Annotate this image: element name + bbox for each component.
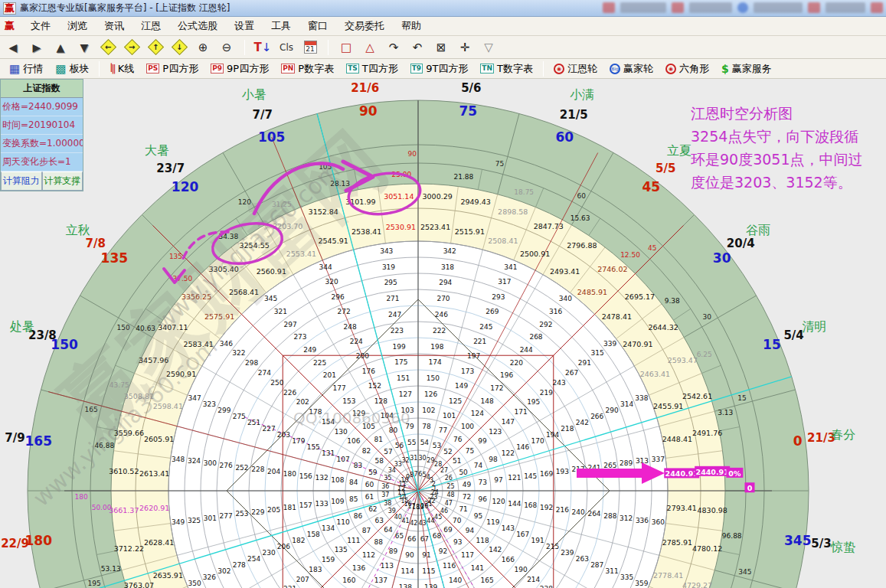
crosshair-icon[interactable]: ✛ — [456, 39, 473, 56]
red-square-icon[interactable]: □ — [338, 39, 355, 56]
svg-text:243: 243 — [552, 379, 565, 387]
blocks-icon: ▩ — [55, 62, 66, 76]
svg-text:40: 40 — [394, 514, 402, 521]
svg-text:谷雨: 谷雨 — [746, 223, 770, 237]
svg-text:69: 69 — [443, 526, 453, 534]
svg-text:2746.02: 2746.02 — [597, 265, 627, 273]
view-button-P数字表[interactable]: PNP数字表 — [276, 60, 338, 77]
zoom-out-icon[interactable]: ⊖ — [218, 39, 235, 56]
svg-text:289: 289 — [620, 459, 633, 467]
diamond-arrow-down-icon[interactable]: ↓ — [171, 39, 188, 56]
menu-item-7[interactable]: 工具 — [263, 18, 299, 34]
view-button-T数字表[interactable]: TNT数字表 — [476, 60, 538, 77]
view-button-9P四方形[interactable]: P99P四方形 — [206, 60, 273, 77]
svg-text:218: 218 — [561, 425, 574, 433]
menu-item-10[interactable]: 帮助 — [393, 18, 430, 34]
svg-text:264: 264 — [587, 510, 600, 518]
menu-item-6[interactable]: 设置 — [226, 18, 263, 34]
view-button-T四方形[interactable]: TST四方形 — [342, 60, 403, 77]
svg-text:2440.91: 2440.91 — [665, 469, 698, 478]
svg-text:99: 99 — [478, 437, 487, 445]
svg-text:193: 193 — [556, 468, 569, 475]
svg-text:2500.91: 2500.91 — [520, 250, 550, 258]
red-triangle-icon[interactable]: △ — [361, 39, 378, 56]
menu-item-3[interactable]: 资讯 — [96, 18, 132, 34]
svg-text:91: 91 — [422, 551, 430, 559]
menu-item-4[interactable]: 江恩 — [132, 18, 169, 34]
nav-right-icon[interactable]: ▶ — [28, 39, 45, 56]
nav-left-icon[interactable]: ◀ — [5, 39, 21, 56]
svg-text:52: 52 — [443, 448, 452, 456]
svg-text:3.13: 3.13 — [718, 409, 733, 416]
svg-text:251: 251 — [247, 419, 260, 426]
svg-text:194: 194 — [546, 431, 559, 439]
svg-text:42: 42 — [410, 520, 417, 527]
t-updown-icon[interactable]: T↓ — [254, 39, 271, 56]
cls-button[interactable]: Cls — [278, 39, 295, 56]
view-button-K线[interactable]: ꟾ‖K线 — [105, 60, 139, 77]
zoom-in-icon[interactable]: ⊕ — [195, 39, 211, 56]
nav-up-icon[interactable]: ▲ — [52, 39, 69, 56]
calc-support-button[interactable]: 计算支撑 — [42, 172, 83, 191]
svg-text:清明: 清明 — [802, 319, 826, 334]
svg-text:205: 205 — [267, 506, 280, 514]
svg-text:223: 223 — [391, 327, 404, 335]
svg-text:48: 48 — [447, 492, 455, 498]
menu-item-9[interactable]: 交易委托 — [336, 18, 393, 34]
svg-text:317: 317 — [498, 278, 511, 286]
svg-text:35: 35 — [384, 475, 391, 482]
rotate-cw-icon[interactable]: ↷ — [385, 39, 402, 56]
titlebar-blurred-items — [603, 2, 883, 15]
svg-text:45: 45 — [642, 179, 661, 194]
view-button-板块[interactable]: ▩板块 — [51, 60, 93, 77]
calc-resistance-button[interactable]: 计算阻力 — [1, 172, 42, 191]
view-button-江恩轮[interactable]: ◉江恩轮 — [549, 60, 602, 77]
svg-text:350: 350 — [188, 580, 201, 587]
rotate-ccw-icon[interactable]: ↶ — [409, 39, 426, 56]
view-button-赢家轮[interactable]: Big赢家轮 — [605, 60, 658, 77]
svg-text:230: 230 — [262, 549, 275, 557]
svg-text:359: 359 — [635, 580, 648, 587]
info-row-3: 变换系数=1.00000 — [1, 135, 83, 153]
svg-text:146: 146 — [516, 443, 529, 451]
calendar-icon[interactable]: 21 — [302, 39, 319, 56]
diamond-arrow-left-icon[interactable]: ← — [100, 39, 116, 56]
menu-item-5[interactable]: 公式选股 — [169, 18, 226, 34]
svg-text:221: 221 — [473, 338, 486, 345]
svg-text:43: 43 — [419, 520, 427, 527]
svg-text:2628.41: 2628.41 — [144, 538, 174, 547]
svg-text:2635.91: 2635.91 — [153, 571, 183, 580]
menu-item-1[interactable]: 文件 — [22, 18, 59, 34]
svg-text:202: 202 — [296, 398, 309, 406]
svg-text:15: 15 — [763, 337, 781, 352]
kline-icon: ꟾ‖ — [110, 63, 114, 74]
svg-text:273: 273 — [293, 333, 306, 341]
menu-item-2[interactable]: 浏览 — [59, 18, 96, 34]
svg-text:276: 276 — [220, 462, 233, 469]
view-button-行情[interactable]: ▦行情 — [5, 60, 47, 77]
view-button-六角形[interactable]: ◉六角形 — [661, 60, 714, 77]
svg-text:2644.32: 2644.32 — [648, 323, 678, 332]
svg-text:78: 78 — [422, 423, 431, 430]
svg-text:134: 134 — [322, 524, 335, 532]
svg-text:180: 180 — [74, 493, 87, 501]
svg-text:206: 206 — [277, 543, 290, 550]
menu-item-8[interactable]: 窗口 — [299, 18, 336, 34]
view-button-P四方形[interactable]: PSP四方形 — [142, 60, 203, 77]
svg-text:177: 177 — [333, 384, 346, 392]
svg-text:298: 298 — [245, 359, 258, 367]
fit-box-icon[interactable]: ⊠ — [433, 39, 450, 56]
svg-text:113: 113 — [381, 562, 394, 570]
nav-down-icon[interactable]: ▼ — [76, 39, 93, 56]
view-button-赢家服务[interactable]: $赢家服务 — [717, 60, 776, 77]
svg-text:120: 120 — [172, 179, 199, 194]
svg-text:173: 173 — [461, 368, 474, 375]
view-button-9T四方形[interactable]: T99T四方形 — [406, 60, 473, 77]
svg-text:294: 294 — [439, 279, 452, 286]
svg-text:75: 75 — [459, 103, 477, 119]
filter-icon[interactable]: ▽ — [480, 39, 497, 56]
diamond-arrow-up-icon[interactable]: ↑ — [147, 39, 164, 56]
svg-text:62: 62 — [368, 505, 377, 513]
diamond-arrow-right-icon[interactable]: → — [123, 39, 140, 56]
svg-text:88: 88 — [374, 538, 384, 546]
